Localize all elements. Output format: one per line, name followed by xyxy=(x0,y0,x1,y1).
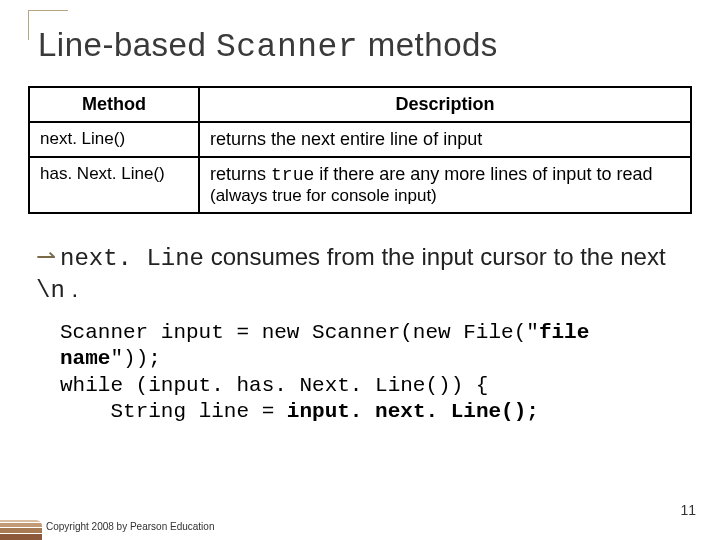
desc-cell-0: returns the next entire line of input xyxy=(199,122,691,157)
desc1-paren: (always true for console input) xyxy=(210,186,437,205)
desc0-prefix: returns the next entire line of input xyxy=(210,129,482,149)
slide: Line-based Scanner methods Method Descri… xyxy=(0,0,720,540)
desc-cell-1: returns true if there are any more lines… xyxy=(199,157,691,213)
desc1-mono: true xyxy=(271,165,314,185)
desc1-suffix: if there are any more lines of input to … xyxy=(314,164,652,184)
body-paragraph: ⇀next. Line consumes from the input curs… xyxy=(36,242,684,306)
methods-table: Method Description next. Line() returns … xyxy=(28,86,692,214)
table-row: next. Line() returns the next entire lin… xyxy=(29,122,691,157)
code-l3a: String line = xyxy=(60,400,287,423)
code-l3b: input. next. Line(); xyxy=(287,400,539,423)
title-part3: methods xyxy=(358,26,498,63)
method-cell-1: has. Next. Line() xyxy=(29,157,199,213)
body-text2: . xyxy=(65,275,78,302)
page-title: Line-based Scanner methods xyxy=(38,26,692,66)
body-mono2: \n xyxy=(36,277,65,304)
desc1-prefix: returns xyxy=(210,164,271,184)
bullet-icon: ⇀ xyxy=(36,243,56,270)
table-header-row: Method Description xyxy=(29,87,691,122)
code-l2: while (input. has. Next. Line()) { xyxy=(60,374,488,397)
header-description: Description xyxy=(199,87,691,122)
page-number: 11 xyxy=(680,502,696,518)
body-mono1: next. Line xyxy=(60,245,204,272)
method-cell-0: next. Line() xyxy=(29,122,199,157)
code-l1a: Scanner input = new Scanner(new File(" xyxy=(60,321,539,344)
header-method: Method xyxy=(29,87,199,122)
code-l1c: ")); xyxy=(110,347,160,370)
copyright-footer: Copyright 2008 by Pearson Education xyxy=(46,521,214,532)
code-block: Scanner input = new Scanner(new File("fi… xyxy=(60,320,692,425)
table-row: has. Next. Line() returns true if there … xyxy=(29,157,691,213)
corner-decoration xyxy=(28,10,68,40)
body-text1: consumes from the input cursor to the ne… xyxy=(204,243,666,270)
title-mono: Scanner xyxy=(216,29,358,66)
bottom-accent-decoration xyxy=(0,520,42,540)
